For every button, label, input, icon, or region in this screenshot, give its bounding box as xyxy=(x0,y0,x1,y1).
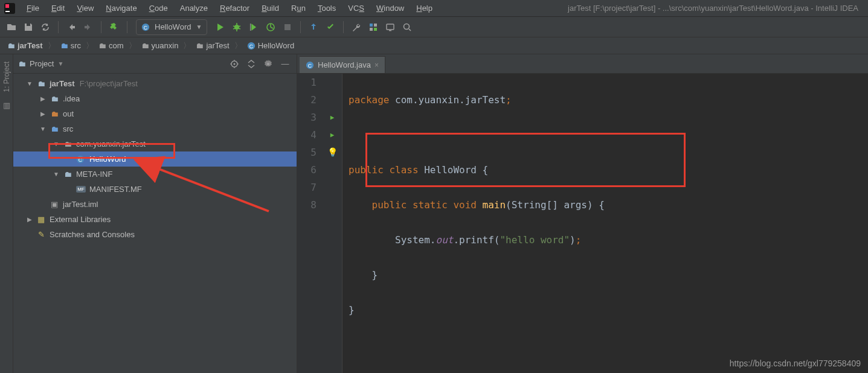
code-area[interactable]: package com.yuanxin.jarTest; public clas… xyxy=(342,74,868,373)
editor-tabs: C HelloWord.java × xyxy=(297,54,868,74)
menu-vcs[interactable]: VCS xyxy=(343,2,369,14)
crumb-label: yuanxin xyxy=(152,41,179,50)
crumb-jartest[interactable]: 🖿jarTest xyxy=(193,40,231,51)
class-icon: C xyxy=(76,155,86,164)
project-icon: 🖿 xyxy=(18,59,26,68)
tree-src-folder[interactable]: ▼🖿src xyxy=(13,121,297,136)
tree-external-libraries[interactable]: ▶▦External Libraries xyxy=(13,212,297,227)
project-tool-button[interactable]: 1: Project xyxy=(1,58,12,96)
run-config-selector[interactable]: C HelloWord ▼ xyxy=(136,19,207,35)
locate-icon[interactable] xyxy=(228,57,241,71)
hide-icon[interactable]: — xyxy=(278,57,292,71)
menu-window[interactable]: Window xyxy=(371,2,409,14)
tree-helloword-class[interactable]: ▶ C HelloWord xyxy=(13,151,297,167)
collapse-icon[interactable] xyxy=(245,57,258,71)
intention-bulb-icon[interactable]: 💡 xyxy=(327,144,338,161)
separator xyxy=(300,21,301,33)
crumb-project[interactable]: 🖿jarTest xyxy=(5,40,45,51)
vcs-commit-icon[interactable] xyxy=(323,19,338,35)
svg-rect-20 xyxy=(389,30,391,31)
tree-iml-file[interactable]: ▶▣jarTest.iml xyxy=(13,197,297,212)
svg-rect-17 xyxy=(370,28,373,31)
tree-scratches[interactable]: ▶✎Scratches and Consoles xyxy=(13,227,297,242)
tree-idea-folder[interactable]: ▶🖿.idea xyxy=(13,91,297,106)
menu-run[interactable]: Run xyxy=(286,2,310,14)
menu-view[interactable]: View xyxy=(72,2,98,14)
menu-build[interactable]: Build xyxy=(257,2,284,14)
svg-point-26 xyxy=(234,63,236,65)
package-icon: 🖿 xyxy=(141,41,149,50)
coverage-icon[interactable] xyxy=(246,19,262,35)
crumb-label: com xyxy=(109,41,124,50)
watermark: https://blog.csdn.net/gxl779258409 xyxy=(730,359,861,368)
run-gutter-icon[interactable]: ▶ xyxy=(330,126,335,144)
sync-icon[interactable] xyxy=(37,19,53,35)
crumb-yuanxin[interactable]: 🖿yuanxin xyxy=(139,40,181,51)
svg-text:C: C xyxy=(144,24,147,30)
structure-tool-icon[interactable]: ▥ xyxy=(3,101,10,110)
scratches-icon: ✎ xyxy=(36,230,46,239)
tree-project-root[interactable]: ▼🖿jarTestF:\project\jarTest xyxy=(13,76,297,91)
chevron-right-icon: 〉 xyxy=(86,40,94,51)
project-panel-header: 🖿 Project ▼ — xyxy=(13,54,297,74)
run-icon[interactable] xyxy=(212,19,228,35)
stop-icon[interactable] xyxy=(280,19,295,35)
tree-out-folder[interactable]: ▶🖿out xyxy=(13,106,297,121)
run-gutter-icon[interactable]: ▶ xyxy=(330,109,335,126)
tree-metainf-folder[interactable]: ▼🖿META-INF xyxy=(13,167,297,182)
menu-help[interactable]: Help xyxy=(411,2,437,14)
tab-label: HelloWord.java xyxy=(318,60,371,69)
separator xyxy=(127,21,127,33)
tree-manifest-file[interactable]: ▶MFMANIFEST.MF xyxy=(13,182,297,197)
tool-window-stripe: 1: Project ▥ xyxy=(0,54,13,373)
profile-icon[interactable] xyxy=(263,19,278,35)
crumb-class[interactable]: C HelloWord xyxy=(245,40,297,51)
crumb-label: src xyxy=(71,41,81,50)
package-icon: 🖿 xyxy=(196,41,204,50)
crumb-label: HelloWord xyxy=(258,41,294,50)
class-icon: C xyxy=(141,23,150,31)
svg-text:C: C xyxy=(79,156,82,162)
debug-icon[interactable] xyxy=(229,19,245,35)
editor-area: C HelloWord.java × 12345678 ▶ ▶ 💡 packag… xyxy=(297,54,868,373)
svg-rect-18 xyxy=(374,28,377,31)
crumb-src[interactable]: 🖿src xyxy=(58,40,83,51)
window-title: jarTest [F:\project\jarTest] - ...\src\c… xyxy=(568,4,864,13)
menu-file[interactable]: File xyxy=(22,2,44,14)
open-icon[interactable] xyxy=(4,19,19,35)
gear-icon[interactable] xyxy=(262,57,275,71)
vcs-update-icon[interactable] xyxy=(306,19,321,35)
save-icon[interactable] xyxy=(21,19,36,35)
svg-rect-19 xyxy=(387,24,394,30)
menu-navigate[interactable]: Navigate xyxy=(101,2,141,14)
structure-icon[interactable] xyxy=(365,19,381,35)
forward-icon[interactable] xyxy=(80,19,96,35)
avd-icon[interactable] xyxy=(382,19,398,35)
close-icon[interactable]: × xyxy=(375,61,379,69)
svg-rect-2 xyxy=(5,11,10,12)
search-icon[interactable] xyxy=(399,19,415,35)
crumb-label: jarTest xyxy=(206,41,229,50)
project-panel: 🖿 Project ▼ — ▼🖿jarTestF:\project\jarTes… xyxy=(13,54,297,373)
back-icon[interactable] xyxy=(63,19,79,35)
chevron-right-icon: 〉 xyxy=(129,40,137,51)
editor[interactable]: 12345678 ▶ ▶ 💡 package com.yuanxin.jarTe… xyxy=(297,74,868,373)
module-icon: ▣ xyxy=(50,200,59,209)
svg-text:C: C xyxy=(249,43,253,49)
crumb-com[interactable]: 🖿com xyxy=(96,40,126,51)
menu-code[interactable]: Code xyxy=(144,2,173,14)
chevron-down-icon[interactable]: ▼ xyxy=(57,60,63,67)
menu-tools[interactable]: Tools xyxy=(313,2,341,14)
menu-edit[interactable]: Edit xyxy=(47,2,69,14)
build-icon[interactable] xyxy=(106,19,122,35)
tree-package[interactable]: ▼🖿com.yuanxin.jarTest xyxy=(13,136,297,151)
chevron-right-icon: 〉 xyxy=(183,40,191,51)
folder-icon: 🖿 xyxy=(7,41,15,50)
wrench-icon[interactable] xyxy=(349,19,364,35)
panel-title: Project xyxy=(30,59,54,68)
tab-helloword[interactable]: C HelloWord.java × xyxy=(300,56,385,73)
menu-analyze[interactable]: Analyze xyxy=(175,2,213,14)
chevron-right-icon: 〉 xyxy=(234,40,242,51)
svg-point-6 xyxy=(234,25,239,30)
menu-refactor[interactable]: Refactor xyxy=(215,2,254,14)
